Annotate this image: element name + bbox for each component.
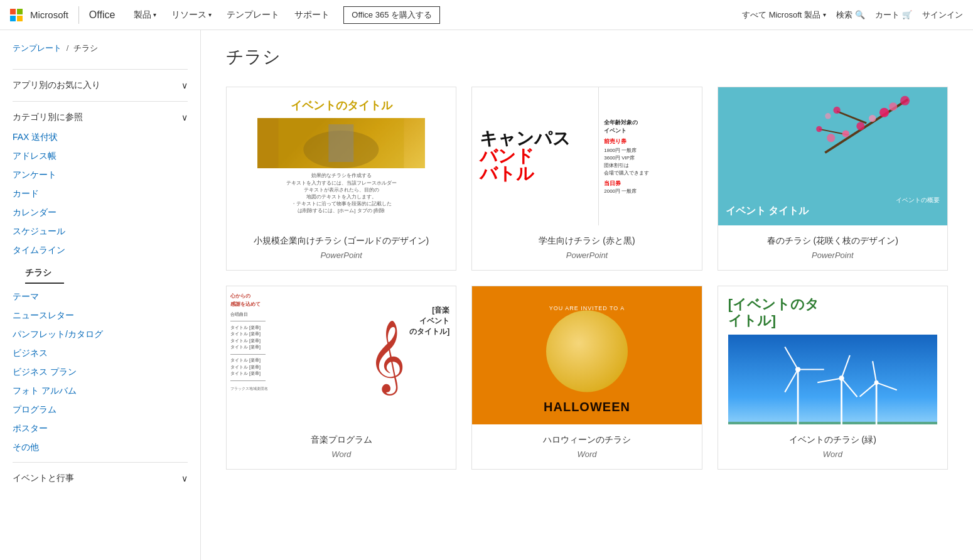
svg-rect-2 <box>329 124 354 162</box>
tmpl-campus-dayof-price: 2000円 一般席 <box>604 188 696 195</box>
header-brand: Microsoft <box>30 9 68 20</box>
template-card-gold[interactable]: イベントのタイトル 効果的なチラシを作成する テキストを入力するには、 <box>226 87 456 271</box>
tmpl-halloween-text: HALLOWEEN <box>472 400 701 414</box>
sidebar: テンプレート / チラシ アプリ別のお気に入り ∨ カテゴリ別に参照 ∨ FAX… <box>0 30 201 560</box>
tmpl-campus-presale: 前売り券 <box>604 137 696 146</box>
chevron-down-icon: ∨ <box>181 80 188 90</box>
sidebar-section-browse[interactable]: カテゴリ別に参照 ∨ <box>0 107 200 128</box>
search-button[interactable]: 検索 🔍 <box>836 9 865 21</box>
buy-office365-button[interactable]: Office 365 を購入する <box>343 6 440 24</box>
sidebar-link-photo-album[interactable]: フォト アルバム <box>0 382 200 401</box>
template-app-spring: PowerPoint <box>728 250 937 260</box>
sidebar-link-address[interactable]: アドレス帳 <box>0 147 200 166</box>
sidebar-link-business[interactable]: ビジネス <box>0 344 200 363</box>
signin-button[interactable]: サインイン <box>922 9 963 21</box>
template-name-halloween: ハロウィーンのチラシ <box>482 434 691 446</box>
sidebar-divider-2 <box>13 101 188 102</box>
template-card-event-green[interactable]: [イベントのタイトル] <box>718 286 948 470</box>
sidebar-link-schedule[interactable]: スケジュール <box>0 222 200 241</box>
tmpl-event-green-image <box>728 335 937 424</box>
template-card-music[interactable]: 心からの感謝を込めて 合唱曲目 ―――――――― タイトル [楽章] タイトル … <box>226 286 456 470</box>
sidebar-link-card[interactable]: カード <box>0 185 200 203</box>
breadcrumb-templates-link[interactable]: テンプレート <box>13 43 62 53</box>
tmpl-gold-image <box>257 118 425 168</box>
template-name-music: 音楽プログラム <box>237 434 446 446</box>
main-content: チラシ イベントのタイトル <box>201 30 973 560</box>
breadcrumb: テンプレート / チラシ <box>0 43 200 64</box>
sidebar-link-chirashi-wrap: チラシ <box>0 260 200 288</box>
tmpl-spring-title: イベント タイトル <box>726 205 940 218</box>
cart-button[interactable]: カート 🛒 <box>875 9 912 21</box>
header-office[interactable]: Office <box>89 9 116 21</box>
sidebar-link-poster[interactable]: ポスター <box>0 419 200 438</box>
nav-item-resources[interactable]: リソース▾ <box>165 7 218 23</box>
template-name-spring: 春のチラシ (花咲く枝のデザイン) <box>728 235 937 247</box>
tmpl-event-green-title: [イベントのタイトル] <box>728 296 937 330</box>
template-thumbnail-gold: イベントのタイトル 効果的なチラシを作成する テキストを入力するには、 <box>227 87 456 225</box>
breadcrumb-separator: / <box>67 43 71 53</box>
template-grid: イベントのタイトル 効果的なチラシを作成する テキストを入力するには、 <box>226 87 948 470</box>
tmpl-campus-title2: バンド <box>480 148 591 165</box>
nav-item-support[interactable]: サポート <box>288 7 336 23</box>
sidebar-divider-1 <box>13 69 188 70</box>
template-card-spring[interactable]: イベントの概要 イベント タイトル 春のチラシ (花咲く枝のデザイン) Powe… <box>718 87 948 271</box>
chevron-down-icon-3: ∨ <box>181 473 188 483</box>
sidebar-link-program[interactable]: プログラム <box>0 401 200 419</box>
tmpl-halloween-moon <box>546 311 628 392</box>
sidebar-link-other[interactable]: その他 <box>0 438 200 457</box>
tmpl-event-green-preview: [イベントのタイトル] <box>718 286 947 424</box>
template-app-music: Word <box>237 450 446 459</box>
svg-point-11 <box>842 130 849 137</box>
sidebar-link-pamphlet[interactable]: パンフレット/カタログ <box>0 325 200 344</box>
sidebar-section-favorites[interactable]: アプリ別のお気に入り ∨ <box>0 75 200 96</box>
microsoft-logo[interactable] <box>10 9 23 21</box>
tmpl-spring-overview: イベントの概要 <box>726 196 940 205</box>
sidebar-link-fax[interactable]: FAX 送付状 <box>0 128 200 147</box>
template-card-campus[interactable]: キャンパス バンド バトル 全年齢対象のイベント 前売り券 1800円 一般席3… <box>471 87 702 271</box>
template-info-gold: 小規模企業向けチラシ (ゴールドのデザイン) PowerPoint <box>227 225 456 270</box>
svg-point-10 <box>857 122 865 130</box>
sidebar-link-timeline[interactable]: タイムライン <box>0 241 200 260</box>
tmpl-campus-preview: キャンパス バンド バトル 全年齢対象のイベント 前売り券 1800円 一般席3… <box>472 87 701 225</box>
sidebar-link-theme[interactable]: テーマ <box>0 288 200 306</box>
tmpl-spring-branch-svg <box>780 94 941 176</box>
template-thumbnail-campus: キャンパス バンド バトル 全年齢対象のイベント 前売り券 1800円 一般席3… <box>472 87 701 225</box>
tmpl-campus-title3: バトル <box>480 165 591 183</box>
header: Microsoft Office 製品▾ リソース▾ テンプレート サポート O… <box>0 0 973 30</box>
sidebar-section-events[interactable]: イベントと行事 ∨ <box>0 468 200 489</box>
tmpl-halloween-preview: YOU ARE INVITED TO A HALLOWEEN <box>472 286 701 424</box>
tmpl-campus-all-ages: 全年齢対象のイベント <box>604 119 696 135</box>
svg-point-14 <box>816 126 822 132</box>
svg-point-15 <box>827 134 835 142</box>
all-microsoft-products[interactable]: すべて Microsoft 製品▾ <box>742 9 826 21</box>
page-title: チラシ <box>226 45 948 69</box>
sidebar-link-chirashi[interactable]: チラシ <box>25 264 64 284</box>
tmpl-spring-preview: イベントの概要 イベント タイトル <box>718 87 947 225</box>
search-icon: 🔍 <box>855 10 865 19</box>
nav-item-templates[interactable]: テンプレート <box>220 7 286 23</box>
chevron-down-icon-2: ∨ <box>181 112 188 122</box>
tmpl-music-body: 合唱曲目 ―――――――― タイトル [楽章] タイトル [楽章] タイトル [… <box>230 311 314 384</box>
sidebar-link-survey[interactable]: アンケート <box>0 166 200 185</box>
svg-point-6 <box>900 96 910 105</box>
template-info-halloween: ハロウィーンのチラシ Word <box>472 424 701 469</box>
template-thumbnail-halloween: YOU ARE INVITED TO A HALLOWEEN <box>472 286 701 424</box>
tmpl-gold-preview: イベントのタイトル 効果的なチラシを作成する テキストを入力するには、 <box>227 87 456 225</box>
cart-icon: 🛒 <box>902 10 912 19</box>
tmpl-music-preview: 心からの感謝を込めて 合唱曲目 ―――――――― タイトル [楽章] タイトル … <box>227 286 456 424</box>
tmpl-music-note-icon: 𝄞 <box>368 324 406 387</box>
tmpl-music-gratitude: 心からの感謝を込めて <box>230 293 314 309</box>
header-divider <box>78 6 79 24</box>
svg-point-13 <box>825 113 831 119</box>
sidebar-link-calendar[interactable]: カレンダー <box>0 203 200 222</box>
svg-rect-17 <box>728 422 937 424</box>
tmpl-gold-body: 効果的なチラシを作成する テキストを入力するには、当該フレースホルダー テキスト… <box>286 172 397 214</box>
template-name-campus: 学生向けチラシ (赤と黒) <box>482 235 691 247</box>
nav-item-products[interactable]: 製品▾ <box>127 7 163 23</box>
template-app-event-green: Word <box>728 450 937 459</box>
tmpl-gold-title: イベントのタイトル <box>291 98 392 113</box>
template-card-halloween[interactable]: YOU ARE INVITED TO A HALLOWEEN ハロウィーンのチラ… <box>471 286 702 470</box>
sidebar-link-newsletter[interactable]: ニュースレター <box>0 306 200 325</box>
sidebar-link-business-plan[interactable]: ビジネス プラン <box>0 363 200 382</box>
template-app-gold: PowerPoint <box>237 250 446 260</box>
